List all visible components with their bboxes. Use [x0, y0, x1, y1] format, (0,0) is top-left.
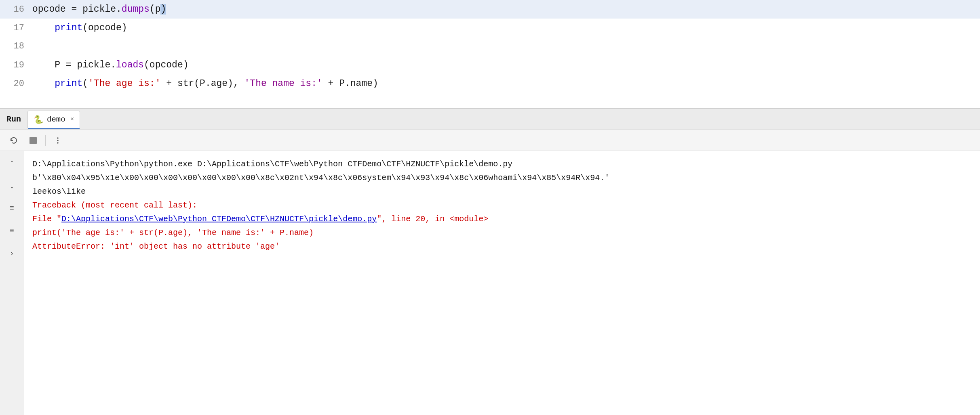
- demo-tab[interactable]: 🐍 demo ×: [27, 111, 80, 128]
- line-content: opcode = pickle.dumps(p): [32, 0, 980, 19]
- line-number: 16: [0, 0, 32, 19]
- code-line: 18: [0, 37, 980, 56]
- tab-name: demo: [47, 115, 65, 124]
- output-line: AttributeError: 'int' object has no attr…: [32, 240, 972, 254]
- svg-point-0: [57, 137, 59, 139]
- output-line: D:\Applications\Python\python.exe D:\App…: [32, 157, 972, 171]
- rerun-icon: [9, 136, 18, 145]
- toolbar-divider: [45, 135, 46, 146]
- line-number: 20: [0, 75, 32, 93]
- output-area: ↑ ↓ ≡ ≡ › D:\Applications\Python\python.…: [0, 151, 980, 415]
- code-lines: 16opcode = pickle.dumps(p)17 print(opcod…: [0, 0, 980, 93]
- error-suffix: ", line 20, in <module>: [377, 214, 488, 224]
- output-content: D:\Applications\Python\python.exe D:\App…: [24, 151, 980, 415]
- code-line: 19 P = pickle.loads(opcode): [0, 56, 980, 74]
- error-prefix: File ": [32, 214, 61, 224]
- rerun-button[interactable]: [6, 133, 21, 148]
- error-file-link[interactable]: D:\Applications\CTF\web\Python_CTFDemo\C…: [61, 214, 377, 224]
- output-line: File "D:\Applications\CTF\web\Python_CTF…: [32, 212, 972, 226]
- run-label: Run: [6, 115, 21, 124]
- code-editor: 16opcode = pickle.dumps(p)17 print(opcod…: [0, 0, 980, 109]
- code-line: 20 print('The age is:' + str(P.age), 'Th…: [0, 74, 980, 93]
- line-number: 18: [0, 37, 32, 56]
- run-toolbar: [0, 130, 980, 151]
- expand-button[interactable]: ›: [5, 246, 19, 261]
- tabs-bar: Run 🐍 demo ×: [0, 109, 980, 130]
- scroll-down-button[interactable]: ↓: [5, 178, 19, 193]
- output-line: print('The age is:' + str(P.age), 'The n…: [32, 226, 972, 240]
- scroll-up-button[interactable]: ↑: [5, 156, 19, 170]
- bottom-panel: Run 🐍 demo × ↑: [0, 109, 980, 415]
- output-line: b'\x80\x04\x95\x1e\x00\x00\x00\x00\x00\x…: [32, 171, 972, 185]
- output-line: Traceback (most recent call last):: [32, 199, 972, 212]
- python-icon: 🐍: [34, 115, 44, 125]
- svg-point-2: [57, 142, 59, 144]
- stop-icon: [30, 137, 37, 144]
- left-gutter: ↑ ↓ ≡ ≡ ›: [0, 151, 24, 415]
- more-options-button[interactable]: [51, 133, 65, 148]
- stop-button[interactable]: [26, 133, 40, 148]
- output-line: leekos\like: [32, 185, 972, 199]
- line-content: print('The age is:' + str(P.age), 'The n…: [32, 74, 980, 93]
- sort2-button[interactable]: ≡: [5, 224, 19, 238]
- line-number: 17: [0, 19, 32, 38]
- sort-button[interactable]: ≡: [5, 201, 19, 216]
- code-line: 16opcode = pickle.dumps(p): [0, 0, 980, 19]
- tab-close-button[interactable]: ×: [70, 116, 74, 123]
- line-content: P = pickle.loads(opcode): [32, 56, 980, 74]
- code-line: 17 print(opcode): [0, 19, 980, 37]
- svg-point-1: [57, 140, 59, 141]
- line-number: 19: [0, 56, 32, 75]
- line-content: print(opcode): [32, 19, 980, 37]
- more-icon: [53, 136, 62, 145]
